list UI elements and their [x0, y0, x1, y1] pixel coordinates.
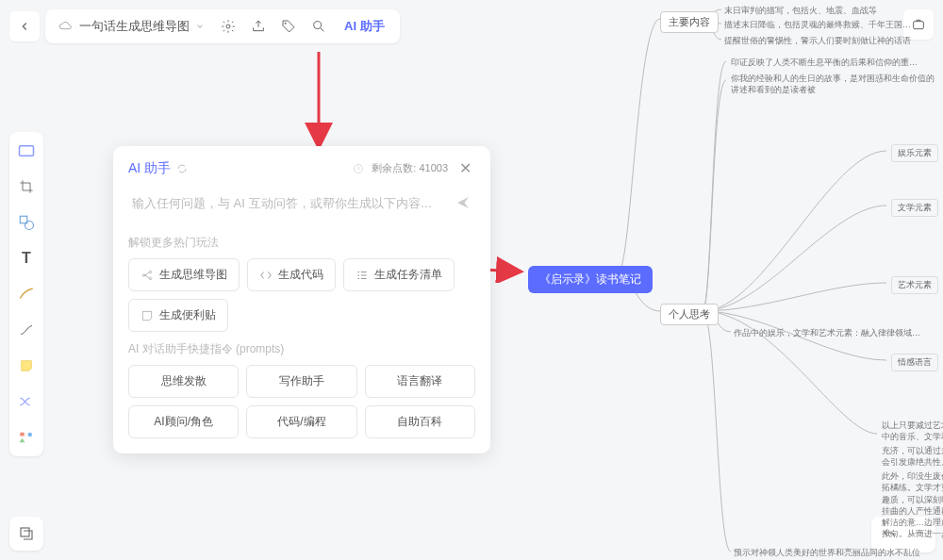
ai-panel-header: AI 助手 剩余点数: 41003 ✕: [128, 159, 475, 177]
tool-more[interactable]: [13, 424, 40, 451]
mindmap-leaf[interactable]: 作品中的娱乐，文学和艺术元素：融入律律领域的的情感呈现: [734, 327, 922, 339]
chevron-left-icon: [18, 20, 31, 33]
send-icon: [455, 194, 472, 211]
svg-point-13: [149, 277, 151, 279]
export-icon: [251, 19, 266, 34]
layers-button[interactable]: [9, 517, 43, 551]
tool-pen[interactable]: [13, 281, 40, 307]
tool-crop[interactable]: [13, 173, 40, 200]
cloud-icon: [58, 19, 74, 34]
chip-writing[interactable]: 写作助手: [246, 365, 356, 398]
settings-button[interactable]: [214, 12, 242, 41]
tool-text[interactable]: T: [13, 245, 40, 272]
svg-point-6: [25, 222, 34, 230]
close-button[interactable]: ✕: [455, 159, 475, 177]
ai-assistant-panel: AI 助手 剩余点数: 41003 ✕ 解锁更多热门玩法 生成思维导图 生成代码…: [113, 146, 490, 453]
svg-point-8: [28, 433, 33, 437]
chip-generate-checklist[interactable]: 生成任务清单: [343, 258, 455, 291]
mindmap-icon: [141, 269, 154, 282]
svg-rect-7: [20, 433, 25, 436]
tag-icon: [281, 19, 296, 34]
back-button[interactable]: [9, 11, 40, 41]
export-button[interactable]: [244, 12, 273, 41]
mindmap-sub-emotion[interactable]: 情感语言: [891, 354, 938, 371]
mindmap-root-node[interactable]: 《启示录》读书笔记: [528, 266, 653, 293]
svg-point-1: [285, 23, 287, 25]
chip-generate-mindmap[interactable]: 生成思维导图: [128, 258, 240, 291]
gear-icon: [221, 19, 236, 34]
layers-icon: [18, 525, 35, 542]
annotation-arrow-down: [283, 47, 339, 151]
svg-point-11: [142, 273, 144, 275]
mindmap-para[interactable]: 会引发康绝共性。文: [882, 456, 943, 469]
search-button[interactable]: [305, 12, 333, 41]
mindmap-branch-personal-thoughts[interactable]: 个人思考: [660, 304, 719, 325]
section-prompts-label: AI 对话助手快捷指令 (prompts): [128, 341, 475, 357]
chip-row-1: 生成思维导图 生成代码 生成任务清单: [128, 258, 475, 291]
mindmap-branch-main-content[interactable]: 主要内容: [660, 11, 719, 33]
mindmap-leaf[interactable]: 预示对神领人类美好的世界和亮丽品同的水不乱位: [734, 547, 920, 559]
refresh-icon[interactable]: [176, 163, 188, 174]
tool-frame[interactable]: [13, 138, 40, 164]
mindmap-leaf[interactable]: 描述末日降临，包括灵魂的最终救赎、千年王国的到来等: [724, 19, 913, 31]
chip-wiki[interactable]: 自助百科: [365, 405, 475, 438]
mindmap-leaf[interactable]: 印证反映了人类不断生息平衡的后果和信仰的重要性: [731, 57, 919, 69]
ai-input-row: [128, 187, 475, 225]
mindmap-para[interactable]: 拟向。从而进一步维: [882, 528, 943, 540]
tool-shuffle[interactable]: [13, 388, 40, 415]
svg-point-2: [314, 22, 322, 29]
svg-point-0: [226, 25, 230, 28]
chip-diverge[interactable]: 思维发散: [128, 365, 239, 398]
mindmap-leaf[interactable]: 你我的经验和人的生日的故事，是对困惑和生命价值的讲述和看到的是读者被: [731, 74, 938, 95]
document-title[interactable]: 一句话生成思维导图: [51, 18, 212, 35]
chevron-down-icon: [195, 22, 205, 31]
tool-shape[interactable]: [13, 209, 40, 236]
send-button[interactable]: [455, 194, 472, 211]
mindmap-leaf[interactable]: 末日审判的描写，包括火、地震、血战等: [724, 5, 877, 17]
section-popular-label: 解锁更多热门玩法: [128, 235, 475, 251]
mindmap-sub-literature[interactable]: 文学元素: [891, 199, 938, 217]
mindmap-para[interactable]: 中的音乐、文学和艺: [882, 431, 943, 443]
tool-connector[interactable]: [13, 317, 40, 343]
chip-row-3: AI顾问/角色 代码/编程 自助百科: [128, 405, 475, 438]
toolbar-pill: 一句话生成思维导图 AI 助手: [45, 9, 400, 43]
ai-prompt-input[interactable]: [132, 196, 455, 210]
chip-row-1b: 生成便利贴: [128, 299, 475, 332]
mindmap-leaf[interactable]: 提醒世俗的警惕性，警示人们要时刻做让神的话语: [724, 35, 911, 47]
chip-coding[interactable]: 代码/编程: [246, 405, 356, 438]
chip-advisor[interactable]: AI顾问/角色: [128, 405, 239, 438]
tag-button[interactable]: [274, 12, 303, 41]
svg-rect-4: [20, 146, 34, 156]
chip-generate-code[interactable]: 生成代码: [247, 258, 336, 291]
chip-row-2: 思维发散 写作助手 语言翻译: [128, 365, 475, 398]
mindmap-para[interactable]: 拓橘练。文学才更中: [882, 482, 943, 494]
svg-rect-9: [21, 528, 29, 536]
ai-panel-title: AI 助手: [128, 160, 188, 177]
tool-sticky[interactable]: [13, 353, 40, 379]
mindmap-canvas[interactable]: 《启示录》读书笔记 主要内容 末日审判的描写，包括火、地震、血战等 描述末日降临…: [528, 0, 943, 560]
chip-generate-sticky[interactable]: 生成便利贴: [128, 299, 228, 332]
chip-translate[interactable]: 语言翻译: [365, 365, 475, 398]
checklist-icon: [356, 269, 369, 282]
points-remaining: 剩余点数: 41003: [372, 161, 448, 175]
search-icon: [311, 19, 326, 34]
top-toolbar: 一句话生成思维导图 AI 助手: [9, 9, 400, 43]
document-title-text: 一句话生成思维导图: [79, 18, 190, 35]
mindmap-sub-entertainment[interactable]: 娱乐元素: [891, 144, 938, 162]
ai-assistant-button[interactable]: AI 助手: [335, 18, 394, 35]
mindmap-sub-art[interactable]: 艺术元素: [891, 276, 938, 294]
sticky-icon: [141, 309, 154, 322]
code-icon: [259, 269, 273, 282]
left-tool-sidebar: T: [9, 132, 43, 456]
svg-point-12: [149, 271, 151, 272]
clock-icon: [353, 163, 364, 174]
